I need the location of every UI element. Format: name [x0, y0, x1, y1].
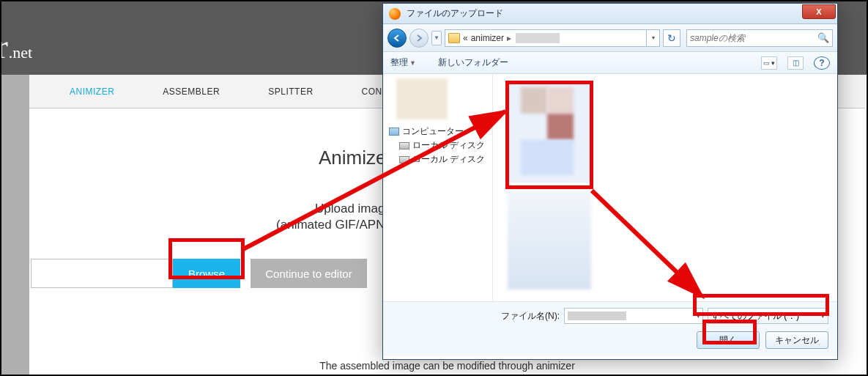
breadcrumb-bar[interactable]: « animizer ▸ ▾ [445, 29, 660, 47]
history-dropdown[interactable]: ▼ [431, 31, 442, 45]
dialog-nav-row: ▼ « animizer ▸ ▾ ↻ 🔍 [383, 24, 837, 52]
tree-local-disk-1[interactable]: ローカル ディスク [389, 139, 489, 152]
help-button[interactable]: ? [814, 56, 830, 70]
filename-row: ファイル名(N): ▾ すべてのファイル (*.*) ▾ [392, 308, 828, 324]
hdd-icon [399, 156, 409, 163]
folder-tree[interactable]: コンピューター ローカル ディスク ローカル ディスク [383, 74, 493, 301]
cancel-button[interactable]: キャンセル [765, 331, 828, 349]
close-button[interactable]: X [802, 4, 836, 19]
organize-button[interactable]: 整理▼ [390, 56, 416, 69]
tree-computer[interactable]: コンピューター [389, 125, 489, 138]
filter-label: すべてのファイル (*.*) [711, 310, 799, 322]
refresh-button[interactable]: ↻ [663, 29, 680, 47]
new-folder-button[interactable]: 新しいフォルダー [438, 56, 508, 69]
computer-icon [389, 128, 399, 136]
filetype-filter[interactable]: すべてのファイル (*.*) ▾ [708, 308, 828, 324]
filename-blur [568, 312, 626, 320]
file-list-area[interactable] [493, 74, 837, 301]
firefox-icon [389, 8, 401, 20]
file-input[interactable] [31, 259, 173, 288]
breadcrumb-folder[interactable]: animizer [471, 33, 504, 43]
dialog-body: コンピューター ローカル ディスク ローカル ディスク [383, 74, 837, 301]
hdd-icon [399, 142, 409, 150]
folder-icon [448, 33, 460, 43]
browse-button[interactable]: Browse [173, 259, 240, 288]
continue-button[interactable]: Continue to editor [251, 259, 367, 288]
breadcrumb-blur [516, 33, 560, 43]
search-icon[interactable]: 🔍 [817, 32, 829, 43]
breadcrumb-prefix: « [463, 33, 468, 43]
view-button[interactable]: ▭ ▾ [761, 56, 777, 70]
filename-label: ファイル名(N): [501, 310, 560, 322]
thumbnail-2[interactable] [508, 188, 591, 290]
dialog-toolbar: 整理▼ 新しいフォルダー ▭ ▾ ◫ ? [383, 52, 837, 74]
back-button[interactable] [387, 29, 407, 48]
brand-left: er [0, 28, 9, 65]
nav-item-splitter[interactable]: SPLITTER [268, 86, 313, 97]
footer-cut-text: The assembled image can be modified thro… [29, 360, 865, 372]
search-input[interactable] [690, 33, 817, 43]
breadcrumb-dropdown[interactable]: ▾ [646, 30, 659, 46]
dialog-bottom: ファイル名(N): ▾ すべてのファイル (*.*) ▾ 開く キャンセル [383, 301, 837, 356]
selected-thumbnail[interactable] [508, 81, 591, 183]
file-dialog: ファイルのアップロード X ▼ « animizer ▸ ▾ ↻ 🔍 整理▼ 新… [382, 3, 838, 360]
page-gutter [1, 75, 29, 375]
chevron-down-icon[interactable]: ▾ [697, 312, 700, 320]
nav-item-animizer[interactable]: ANIMIZER [70, 86, 114, 97]
nav-item-assembler[interactable]: ASSEMBLER [163, 86, 220, 97]
open-button[interactable]: 開く [697, 331, 760, 349]
close-icon: X [816, 7, 821, 16]
forward-button[interactable] [409, 29, 429, 48]
dialog-titlebar[interactable]: ファイルのアップロード X [383, 4, 837, 24]
tree-local-disk-2[interactable]: ローカル ディスク [389, 153, 489, 166]
chevron-down-icon[interactable]: ▾ [821, 312, 825, 320]
chevron-right-icon[interactable]: ▸ [504, 33, 514, 43]
preview-pane-button[interactable]: ◫ [787, 56, 804, 70]
brand-right: .net [9, 43, 32, 62]
search-box[interactable]: 🔍 [686, 29, 833, 47]
site-brand: er.net [0, 27, 32, 66]
dialog-title: ファイルのアップロード [407, 7, 503, 20]
tree-blurred-section [396, 78, 448, 119]
filename-input[interactable]: ▾ [564, 308, 703, 324]
